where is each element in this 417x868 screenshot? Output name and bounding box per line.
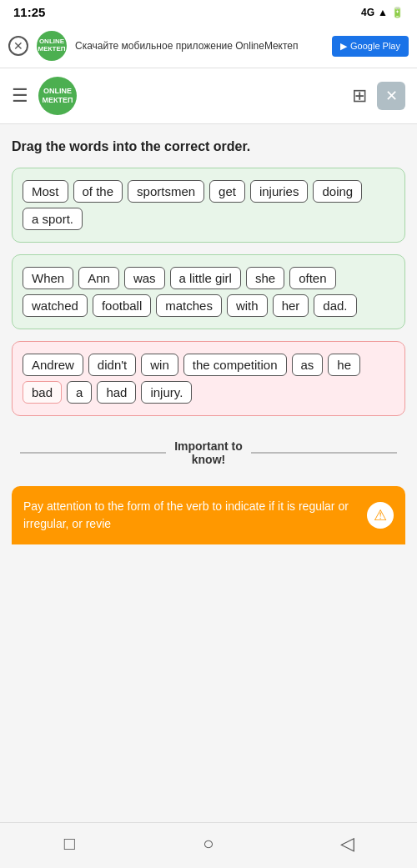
ad-banner: ✕ ONLINEМЕКТЕП Скачайте мобильное прилож… [0,24,417,68]
status-icons: 4G ▲ 🔋 [361,7,404,18]
square-icon: □ [64,833,75,855]
word-chip[interactable]: as [292,354,324,376]
left-divider [20,452,166,454]
important-section: Important toknow! [12,428,405,474]
word-chip[interactable]: the competition [183,354,287,376]
ad-logo-text: ONLINEМЕКТЕП [38,38,65,53]
word-chip[interactable]: had [97,381,136,404]
signal-icon: ▲ [378,7,388,18]
word-chip[interactable]: injuries [250,180,309,203]
word-chip[interactable]: her [273,294,309,317]
square-button[interactable]: □ [57,831,82,856]
status-bar: 11:25 4G ▲ 🔋 [0,0,417,24]
word-chip[interactable]: get [209,180,245,203]
grid-icon[interactable]: ⊞ [352,85,367,107]
play-icon: ▶ [340,41,347,52]
word-area-1: Most of the sportsmen get injuries doing… [23,180,394,230]
google-play-label: Google Play [350,41,400,51]
ad-logo-circle: ONLINEМЕКТЕП [37,31,67,61]
word-chip[interactable]: didn't [88,354,136,376]
word-chip[interactable]: When [23,267,73,289]
time-display: 11:25 [13,5,45,19]
word-chip[interactable]: a sport. [23,208,83,230]
word-chip[interactable]: injury. [141,381,192,404]
word-chip[interactable]: was [124,267,165,289]
battery-icon: 🔋 [391,7,404,18]
close-button[interactable]: ✕ [377,82,405,110]
nav-logo-text: ONLINEМЕКТЕП [42,87,73,105]
instruction-text: Drag the words into the correct order. [12,139,405,154]
word-chip[interactable]: a [67,381,92,404]
sentence-card-3: Andrew didn't win the competition as he … [12,341,405,416]
signal-label: 4G [361,7,374,18]
warning-icon: ⚠ [367,502,394,529]
word-chip-highlighted[interactable]: bad [23,381,62,404]
bottom-nav-bar: □ ○ ◁ [0,822,417,868]
tip-text: Pay attention to the form of the verb to… [23,499,349,530]
word-chip[interactable]: often [289,267,335,289]
word-area-2: When Ann was a little girl she often wat… [23,267,394,317]
ad-logo: ONLINEМЕКТЕП [37,31,67,61]
right-divider [251,452,397,454]
word-chip[interactable]: Ann [78,267,119,289]
word-chip[interactable]: win [141,354,178,376]
word-chip[interactable]: football [93,294,151,317]
back-button[interactable]: ◁ [335,831,360,856]
word-chip[interactable]: matches [156,294,222,317]
word-area-3: Andrew didn't win the competition as he … [23,354,394,404]
word-chip[interactable]: he [328,354,360,376]
tip-banner: Pay attention to the form of the verb to… [12,486,405,544]
sentence-card-2: When Ann was a little girl she often wat… [12,254,405,329]
circle-button[interactable]: ○ [196,831,221,856]
word-chip[interactable]: watched [23,294,88,317]
word-chip[interactable]: of the [73,180,123,203]
google-play-button[interactable]: ▶ Google Play [332,36,409,57]
hamburger-icon[interactable]: ☰ [12,85,28,107]
word-chip[interactable]: Most [23,180,68,203]
sentence-card-1: Most of the sportsmen get injuries doing… [12,168,405,243]
triangle-icon: ◁ [340,833,354,855]
nav-logo: ONLINEМЕКТЕП [38,77,77,115]
important-label: Important toknow! [174,439,243,466]
word-chip[interactable]: doing [313,180,362,203]
ad-text: Скачайте мобильное приложение OnlineMект… [75,39,324,53]
word-chip[interactable]: dad. [314,294,356,317]
word-chip[interactable]: with [227,294,268,317]
ad-close-button[interactable]: ✕ [8,36,28,56]
circle-icon: ○ [203,833,214,855]
word-chip[interactable]: sportsmen [128,180,204,203]
word-chip[interactable]: Andrew [23,354,83,376]
word-chip[interactable]: a little girl [170,267,241,289]
word-chip[interactable]: she [246,267,284,289]
main-content: Drag the words into the correct order. M… [0,124,417,486]
top-nav: ☰ ONLINEМЕКТЕП ⊞ ✕ [0,68,417,124]
